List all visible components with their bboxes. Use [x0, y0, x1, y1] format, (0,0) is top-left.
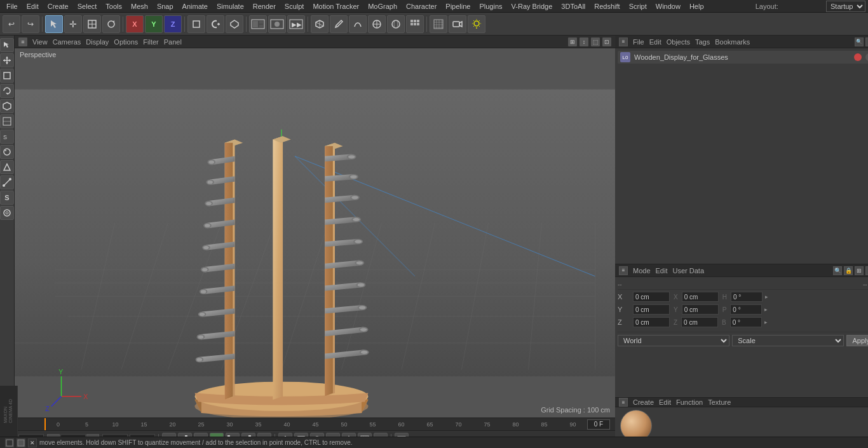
poly-mode-button[interactable]	[226, 15, 243, 33]
menu-sculpt[interactable]: Sculpt	[281, 1, 308, 11]
viewport-menu-icon[interactable]: ≡	[18, 37, 27, 46]
status-icon-1[interactable]	[5, 438, 14, 447]
mat-function-menu[interactable]: Function	[676, 398, 703, 406]
viewport-settings-icon[interactable]: ⊡	[602, 37, 611, 46]
apply-button[interactable]: Apply	[846, 335, 868, 346]
add-object-button[interactable]	[207, 15, 224, 33]
spline-button[interactable]	[349, 15, 367, 33]
viewport[interactable]: Perspective	[15, 48, 615, 417]
render-viewport-button[interactable]	[249, 15, 267, 33]
obj-manager-menu-icon[interactable]: ≡	[619, 37, 628, 46]
viewport-maximize-icon[interactable]: ⊞	[568, 37, 577, 46]
left-ring-tool[interactable]	[0, 206, 14, 220]
mat-menu-icon[interactable]: ≡	[619, 398, 628, 407]
x-pos-input[interactable]	[633, 292, 670, 302]
object-mode-button[interactable]	[187, 15, 205, 33]
b-input[interactable]	[730, 317, 762, 327]
z-pos-input[interactable]	[633, 317, 670, 327]
menu-simulate[interactable]: Simulate	[213, 1, 248, 11]
left-snap-tool[interactable]	[0, 160, 14, 174]
left-select-tool[interactable]	[0, 38, 14, 52]
obj-manager-bookmarks-menu[interactable]: Bookmarks	[715, 38, 750, 46]
attr-expand-icon[interactable]: ⊞	[855, 266, 864, 275]
menu-character[interactable]: Character	[402, 1, 440, 11]
attr-edit-menu[interactable]: Edit	[656, 267, 668, 275]
x-axis-button[interactable]: X	[126, 15, 144, 33]
status-icon-2[interactable]	[17, 438, 25, 447]
menu-file[interactable]: File	[3, 1, 22, 11]
object-item-wooden-display[interactable]: L0 Wooden_Display_for_Glasses	[618, 51, 868, 64]
mat-edit-menu[interactable]: Edit	[659, 398, 671, 406]
camera-button[interactable]	[449, 15, 466, 33]
obj-search-icon[interactable]: 🔍	[855, 37, 864, 46]
left-transform-tool[interactable]	[0, 99, 14, 113]
menu-redshift[interactable]: Redshift	[590, 1, 623, 11]
obj-settings-icon[interactable]: ⚙	[865, 37, 868, 46]
attr-userdata-menu[interactable]: User Data	[673, 267, 705, 275]
p-input[interactable]	[730, 304, 762, 315]
light-button[interactable]	[468, 15, 485, 33]
menu-vray[interactable]: V-Ray Bridge	[508, 1, 557, 11]
viewport-options-menu[interactable]: Options	[114, 38, 138, 46]
render-picture-button[interactable]: ▶▶	[287, 15, 305, 33]
menu-help[interactable]: Help	[686, 1, 708, 11]
scale-select[interactable]: Scale Absolute Relative	[732, 335, 844, 346]
mat-texture-menu[interactable]: Texture	[708, 398, 731, 406]
menu-3dtoall[interactable]: 3DToAll	[557, 1, 589, 11]
menu-snap[interactable]: Snap	[153, 1, 177, 11]
attr-search-icon[interactable]: 🔍	[833, 266, 842, 275]
left-rotate-tool[interactable]	[0, 84, 14, 98]
rotate-tool-button[interactable]	[102, 15, 120, 33]
viewport-cameras-menu[interactable]: Cameras	[53, 38, 81, 46]
world-select[interactable]: World Object Local	[618, 335, 729, 346]
sphere-button[interactable]	[387, 15, 405, 33]
menu-motion-tracker[interactable]: Motion Tracker	[309, 1, 363, 11]
menu-mesh[interactable]: Mesh	[127, 1, 152, 11]
viewport-layout-icon[interactable]: ⬚	[591, 37, 600, 46]
left-move-tool[interactable]	[0, 53, 14, 67]
move-tool-button[interactable]: ✛	[64, 15, 82, 33]
status-close-icon[interactable]: ✕	[28, 438, 37, 447]
current-frame-input[interactable]	[587, 419, 610, 430]
viewport-view-menu[interactable]: View	[32, 38, 48, 46]
left-poly-tool[interactable]	[0, 114, 14, 128]
attr-menu-icon[interactable]: ≡	[619, 266, 628, 275]
x-rot-input[interactable]	[682, 292, 719, 302]
obj-manager-tags-menu[interactable]: Tags	[695, 38, 710, 46]
left-scale-tool[interactable]	[0, 69, 14, 83]
menu-plugins[interactable]: Plugins	[475, 1, 506, 11]
left-axis-tool[interactable]	[0, 175, 14, 189]
array-button[interactable]	[406, 15, 424, 33]
h-input[interactable]	[731, 292, 763, 302]
menu-window[interactable]: Window	[652, 1, 684, 11]
viewport-expand-icon[interactable]: ↕	[580, 37, 588, 46]
menu-animate[interactable]: Animate	[179, 1, 212, 11]
attr-lock-icon[interactable]: 🔒	[844, 266, 853, 275]
obj-manager-objects-menu[interactable]: Objects	[667, 38, 690, 46]
viewport-panel-menu[interactable]: Panel	[164, 38, 182, 46]
redo-button[interactable]: ↪	[22, 15, 39, 33]
left-uv-tool[interactable]: S	[0, 130, 14, 144]
attr-mode-menu[interactable]: Mode	[633, 267, 651, 275]
undo-button[interactable]: ↩	[3, 15, 20, 33]
pen-tool-button[interactable]	[330, 15, 348, 33]
menu-pipeline[interactable]: Pipeline	[442, 1, 474, 11]
y-pos-input[interactable]	[633, 304, 670, 315]
deformer-button[interactable]	[368, 15, 386, 33]
mat-create-menu[interactable]: Create	[633, 398, 654, 406]
grid-button[interactable]	[430, 15, 447, 33]
y-axis-button[interactable]: Y	[145, 15, 163, 33]
viewport-filter-menu[interactable]: Filter	[143, 38, 158, 46]
z-axis-button[interactable]: Z	[164, 15, 182, 33]
menu-tools[interactable]: Tools	[102, 1, 126, 11]
menu-mograph[interactable]: MoGraph	[364, 1, 401, 11]
obj-manager-edit-menu[interactable]: Edit	[649, 38, 661, 46]
left-s-tool[interactable]: S	[0, 191, 14, 205]
left-material-tool[interactable]	[0, 145, 14, 159]
viewport-display-menu[interactable]: Display	[86, 38, 109, 46]
select-tool-button[interactable]	[45, 15, 63, 33]
y-rot-input[interactable]	[682, 304, 719, 315]
obj-manager-file-menu[interactable]: File	[633, 38, 644, 46]
menu-create[interactable]: Create	[44, 1, 72, 11]
scale-tool-button[interactable]	[83, 15, 101, 33]
